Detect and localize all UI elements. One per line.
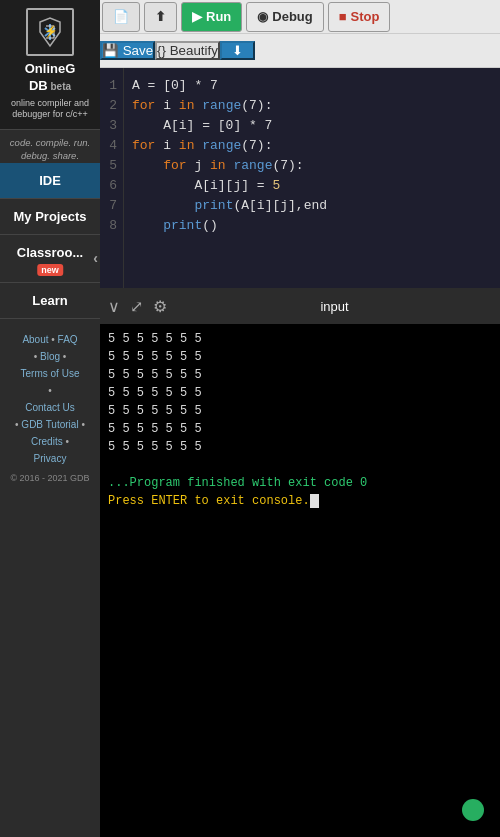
footer-blog-link[interactable]: Blog <box>40 351 60 362</box>
terminal-settings-icon[interactable]: ⚙ <box>153 297 167 316</box>
save-button[interactable]: 💾 Save <box>100 41 155 60</box>
line-number-6: 6 <box>106 176 117 196</box>
line-number-3: 3 <box>106 116 117 136</box>
code-line-6: A[i][j] = 5 <box>132 176 492 196</box>
line-number-2: 2 <box>106 96 117 116</box>
logo-icon: ⚡ <box>26 8 74 56</box>
terminal-expand-icon[interactable]: ⤢ <box>130 297 143 316</box>
code-editor[interactable]: 12345678A = [0] * 7for i in range(7): A[… <box>100 68 500 288</box>
terminal-line: 5 5 5 5 5 5 5 <box>108 330 492 348</box>
copyright-text: © 2016 - 2021 GDB <box>6 471 94 486</box>
upload-icon: ⬆ <box>155 9 166 24</box>
file-icon: 📄 <box>113 9 129 24</box>
footer-terms-link[interactable]: Terms of Use <box>21 368 80 379</box>
footer-about-link[interactable]: About <box>22 334 48 345</box>
run-icon: ▶ <box>192 9 202 24</box>
footer-contact-link[interactable]: Contact Us <box>25 402 74 413</box>
logo-tagline: code. compile. run. debug. share. <box>0 136 100 163</box>
sidebar-item-ide[interactable]: IDE <box>0 163 100 199</box>
stop-button[interactable]: ■ Stop <box>328 2 391 32</box>
save-icon: 💾 <box>102 43 119 58</box>
terminal-line: 5 5 5 5 5 5 5 <box>108 402 492 420</box>
terminal-output: 5 5 5 5 5 5 55 5 5 5 5 5 55 5 5 5 5 5 55… <box>100 324 500 837</box>
line-number-4: 4 <box>106 136 117 156</box>
new-file-button[interactable]: 📄 <box>102 2 140 32</box>
download-icon: ⬇ <box>232 43 243 58</box>
stop-icon: ■ <box>339 9 347 24</box>
download-button[interactable]: ⬇ <box>220 41 255 60</box>
line-number-8: 8 <box>106 216 117 236</box>
footer-privacy-link[interactable]: Privacy <box>34 453 67 464</box>
terminal-title: input <box>177 299 492 314</box>
terminal-line: 5 5 5 5 5 5 5 <box>108 384 492 402</box>
footer-faq-link[interactable]: FAQ <box>58 334 78 345</box>
line-numbers: 12345678 <box>100 68 124 288</box>
code-line-1: A = [0] * 7 <box>132 76 492 96</box>
sidebar-item-classroom[interactable]: Classroo... new ‹ <box>0 235 100 283</box>
debug-button[interactable]: ◉ Debug <box>246 2 323 32</box>
terminal-finish-msg: ...Program finished with exit code 0 <box>108 474 492 492</box>
line-number-5: 5 <box>106 156 117 176</box>
terminal-chevron-icon[interactable]: ∨ <box>108 297 120 316</box>
terminal-header: ∨ ⤢ ⚙ input <box>100 288 500 324</box>
code-content[interactable]: A = [0] * 7for i in range(7): A[i] = [0]… <box>124 68 500 288</box>
code-line-8: print() <box>132 216 492 236</box>
terminal-line: 5 5 5 5 5 5 5 <box>108 366 492 384</box>
logo-subtitle: online compiler and debugger for c/c++ <box>4 98 96 121</box>
footer-credits-link[interactable]: Credits <box>31 436 63 447</box>
code-line-7: print(A[i][j],end <box>132 196 492 216</box>
terminal-line: 5 5 5 5 5 5 5 <box>108 420 492 438</box>
sidebar-nav: IDE My Projects Classroo... new ‹ Learn <box>0 163 100 319</box>
sidebar-item-learn[interactable]: Learn <box>0 283 100 319</box>
sidebar-footer: About • FAQ • Blog • Terms of Use • Cont… <box>0 323 100 494</box>
footer-gdb-link[interactable]: GDB Tutorial <box>21 419 78 430</box>
code-line-4: for i in range(7): <box>132 136 492 156</box>
toolbar-top: 📄 ⬆ ▶ Run ◉ Debug ■ Stop <box>100 0 500 34</box>
run-button[interactable]: ▶ Run <box>181 2 242 32</box>
beautify-button[interactable]: {} Beautify <box>155 41 220 60</box>
terminal-cursor <box>310 494 319 508</box>
classroom-arrow-icon: ‹ <box>93 250 100 266</box>
code-line-2: for i in range(7): <box>132 96 492 116</box>
logo-beta: beta <box>48 81 71 92</box>
sidebar-logo: ⚡ OnlineGDB beta online compiler and deb… <box>0 0 100 130</box>
logo-title: OnlineGDB beta <box>25 60 76 94</box>
new-badge: new <box>37 264 63 276</box>
terminal-line: 5 5 5 5 5 5 5 <box>108 348 492 366</box>
sidebar: ⚡ OnlineGDB beta online compiler and deb… <box>0 0 100 837</box>
main-panel: 📄 ⬆ ▶ Run ◉ Debug ■ Stop 💾 Save {} Beaut… <box>100 0 500 837</box>
code-line-5: for j in range(7): <box>132 156 492 176</box>
debug-icon: ◉ <box>257 9 268 24</box>
line-number-7: 7 <box>106 196 117 216</box>
sidebar-item-my-projects[interactable]: My Projects <box>0 199 100 235</box>
terminal-prompt-msg: Press ENTER to exit console. <box>108 492 492 510</box>
upload-button[interactable]: ⬆ <box>144 2 177 32</box>
toolbar-bottom: 💾 Save {} Beautify ⬇ <box>100 34 500 68</box>
terminal-line: 5 5 5 5 5 5 5 <box>108 438 492 456</box>
svg-text:⚡: ⚡ <box>44 24 58 38</box>
line-number-1: 1 <box>106 76 117 96</box>
status-indicator <box>462 799 484 821</box>
code-line-3: A[i] = [0] * 7 <box>132 116 492 136</box>
